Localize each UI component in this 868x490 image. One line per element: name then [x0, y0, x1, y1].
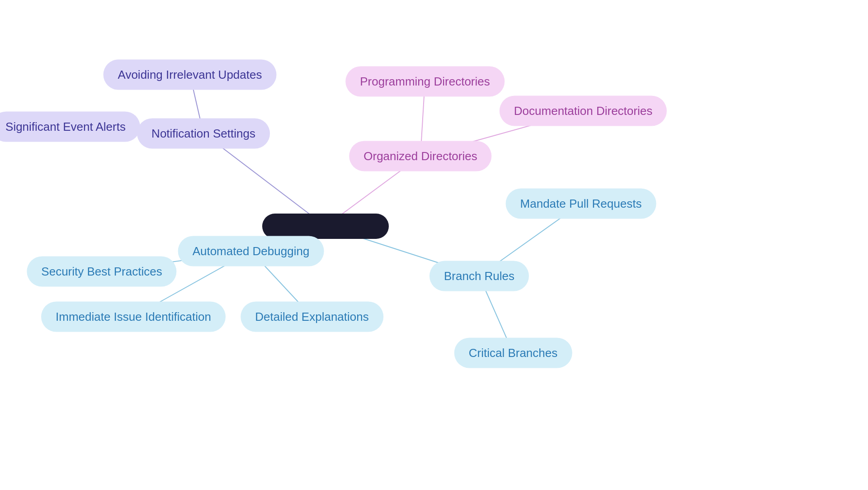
- critical-branches-node[interactable]: Critical Branches: [454, 338, 572, 368]
- mandate-pull-requests-node[interactable]: Mandate Pull Requests: [506, 189, 656, 219]
- notification-settings-node[interactable]: Notification Settings: [137, 119, 270, 149]
- organized-directories-label: Organized Directories: [363, 149, 477, 163]
- significant-event-alerts-node[interactable]: Significant Event Alerts: [0, 112, 140, 142]
- documentation-directories-label: Documentation Directories: [514, 104, 652, 118]
- branch-rules-node[interactable]: Branch Rules: [429, 261, 529, 291]
- avoiding-irrelevant-updates-node[interactable]: Avoiding Irrelevant Updates: [104, 60, 277, 90]
- documentation-directories-node[interactable]: Documentation Directories: [500, 96, 667, 126]
- security-best-practices-node[interactable]: Security Best Practices: [27, 257, 176, 287]
- programming-directories-label: Programming Directories: [360, 75, 490, 89]
- mindmap-container: Notification SettingsAvoiding Irrelevant…: [0, 0, 868, 490]
- avoiding-irrelevant-updates-label: Avoiding Irrelevant Updates: [118, 68, 262, 82]
- detailed-explanations-label: Detailed Explanations: [255, 310, 369, 324]
- notification-settings-label: Notification Settings: [151, 127, 255, 141]
- mandate-pull-requests-label: Mandate Pull Requests: [520, 197, 642, 211]
- immediate-issue-identification-label: Immediate Issue Identification: [56, 310, 211, 324]
- center-node[interactable]: [262, 214, 389, 239]
- branch-rules-label: Branch Rules: [444, 269, 514, 283]
- organized-directories-node[interactable]: Organized Directories: [349, 141, 491, 171]
- significant-event-alerts-label: Significant Event Alerts: [5, 120, 126, 134]
- automated-debugging-label: Automated Debugging: [193, 244, 310, 258]
- automated-debugging-node[interactable]: Automated Debugging: [178, 236, 324, 266]
- critical-branches-label: Critical Branches: [469, 346, 558, 360]
- programming-directories-node[interactable]: Programming Directories: [345, 67, 505, 97]
- detailed-explanations-node[interactable]: Detailed Explanations: [241, 302, 383, 332]
- immediate-issue-identification-node[interactable]: Immediate Issue Identification: [41, 302, 226, 332]
- security-best-practices-label: Security Best Practices: [41, 265, 162, 279]
